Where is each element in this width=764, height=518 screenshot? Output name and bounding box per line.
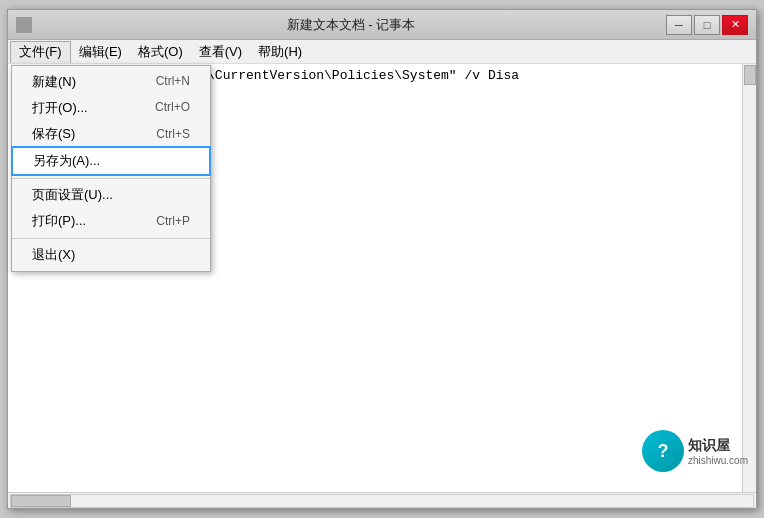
menu-bar: 文件(F) 新建(N) Ctrl+N 打开(O)... Ctrl+O 保存(S)… (8, 40, 756, 64)
window-controls: ─ □ ✕ (666, 15, 748, 35)
title-bar: 新建文本文档 - 记事本 ─ □ ✕ (8, 10, 756, 40)
vertical-scrollbar[interactable] (742, 64, 756, 492)
watermark-icon: ? (642, 430, 684, 472)
scrollbar-thumb[interactable] (744, 65, 756, 85)
menu-file[interactable]: 文件(F) 新建(N) Ctrl+N 打开(O)... Ctrl+O 保存(S)… (10, 41, 71, 63)
menu-save[interactable]: 保存(S) Ctrl+S (12, 121, 210, 147)
close-button[interactable]: ✕ (722, 15, 748, 35)
app-icon (16, 17, 32, 33)
menu-view[interactable]: 查看(V) (191, 41, 250, 63)
file-dropdown: 新建(N) Ctrl+N 打开(O)... Ctrl+O 保存(S) Ctrl+… (11, 65, 211, 272)
menu-edit[interactable]: 编辑(E) (71, 41, 130, 63)
horizontal-scrollbar[interactable] (10, 494, 754, 508)
menu-new[interactable]: 新建(N) Ctrl+N (12, 69, 210, 95)
menu-print[interactable]: 打印(P)... Ctrl+P (12, 208, 210, 234)
separator-2 (12, 238, 210, 239)
window-title: 新建文本文档 - 记事本 (36, 16, 666, 34)
watermark: ? 知识屋 zhishiwu.com (642, 430, 748, 472)
menu-saveas[interactable]: 另存为(A)... (12, 147, 210, 175)
menu-format[interactable]: 格式(O) (130, 41, 191, 63)
separator-1 (12, 178, 210, 179)
menu-pagesetup[interactable]: 页面设置(U)... (12, 182, 210, 208)
menu-help[interactable]: 帮助(H) (250, 41, 310, 63)
h-scrollbar-thumb[interactable] (11, 495, 71, 507)
bottom-bar (8, 492, 756, 508)
maximize-button[interactable]: □ (694, 15, 720, 35)
menu-exit[interactable]: 退出(X) (12, 242, 210, 268)
minimize-button[interactable]: ─ (666, 15, 692, 35)
notepad-window: 新建文本文档 - 记事本 ─ □ ✕ 文件(F) 新建(N) Ctrl+N 打开… (7, 9, 757, 509)
menu-open[interactable]: 打开(O)... Ctrl+O (12, 95, 210, 121)
watermark-text: 知识屋 zhishiwu.com (688, 437, 748, 466)
